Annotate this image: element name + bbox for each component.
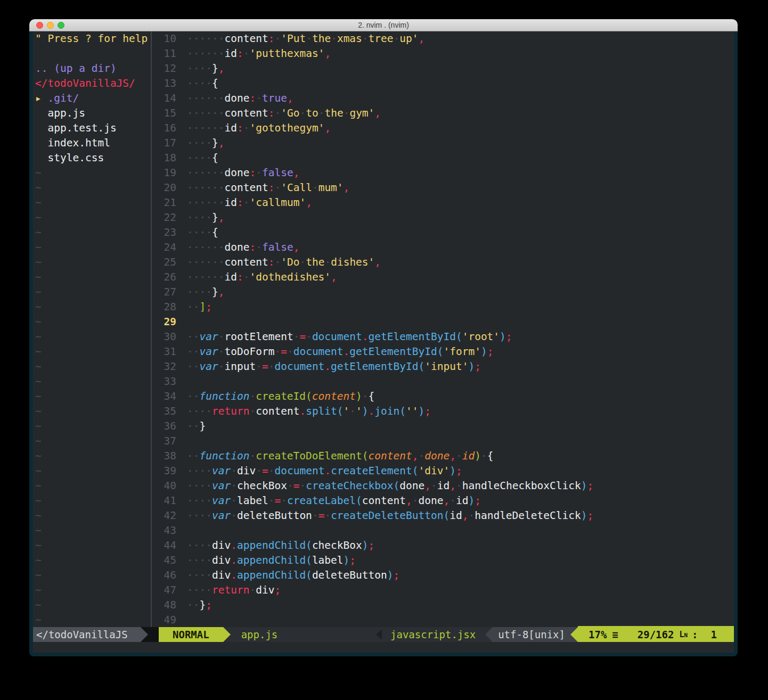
code-line[interactable]: 12····}, — [152, 61, 734, 76]
code-line[interactable]: 25······content:·'Do·the·dishes', — [152, 255, 734, 270]
whitespace-dot: · — [306, 32, 312, 45]
whitespace-dot: · — [212, 167, 218, 179]
command-line[interactable] — [33, 642, 734, 653]
code-line[interactable]: 14······done:·true, — [152, 91, 734, 106]
titlebar[interactable]: 2. nvim . (nvim) — [29, 19, 738, 31]
whitespace-dot: · — [200, 465, 206, 477]
code-line[interactable]: 42····var·deleteButton·=·createDeleteBut… — [152, 508, 734, 523]
whitespace-dot: · — [212, 256, 218, 268]
code-line[interactable]: 31··var·toDoForm·=·document.getElementBy… — [152, 344, 734, 359]
powerline-separator-icon — [223, 627, 231, 642]
code-line[interactable]: 17····}, — [152, 136, 734, 151]
code-line[interactable]: 43 — [152, 523, 734, 538]
code-line[interactable]: 21······id:·'callmum', — [152, 195, 734, 210]
line-number: 33 — [152, 374, 176, 389]
code-line[interactable]: 30··var·rootElement·=·document.getElemen… — [152, 330, 734, 344]
tree-item-file[interactable]: app.js — [33, 106, 151, 121]
code-line[interactable]: 24······done:·false, — [152, 240, 734, 255]
whitespace-dot: · — [212, 32, 218, 45]
code-line[interactable]: 37 — [152, 434, 734, 449]
tree-item-directory[interactable]: ▸ .git/ — [33, 91, 151, 106]
code-line[interactable]: 32··var·input·=·document.getElementById(… — [152, 359, 734, 374]
code-line[interactable]: 29 — [152, 315, 734, 330]
tree-item-file[interactable]: app.test.js — [33, 121, 151, 136]
code-line[interactable]: 34··function·createId(content)·{ — [152, 389, 734, 404]
collapse-arrow-icon[interactable]: ▸ — [35, 92, 42, 104]
code-line[interactable]: 41····var·label·=·createLabel(content,·d… — [152, 493, 734, 508]
whitespace-dot: · — [412, 495, 419, 507]
line-number: 30 — [152, 330, 176, 344]
tilde-marker: ~ — [33, 553, 151, 568]
code-line[interactable]: 47····return·div; — [152, 583, 734, 598]
whitespace-dot: · — [200, 62, 206, 75]
whitespace-dot: · — [187, 584, 193, 596]
code-line[interactable]: 11······id:·'putthexmas', — [152, 46, 734, 61]
whitespace-dot: · — [456, 450, 462, 462]
code-line[interactable]: 49 — [152, 613, 734, 627]
line-number: 48 — [152, 598, 176, 613]
whitespace-dot: · — [218, 92, 225, 104]
whitespace-dot: · — [206, 47, 212, 60]
line-number: 11 — [152, 46, 176, 61]
code-line[interactable]: 16······id:·'gotothegym', — [152, 121, 734, 136]
cursor-line-number: 29 — [152, 315, 176, 330]
whitespace-dot: · — [218, 107, 225, 119]
tilde-marker: ~ — [33, 449, 151, 464]
whitespace-dot: · — [281, 495, 287, 507]
lines-icon: ≡ — [612, 627, 618, 642]
code-line[interactable]: 46····div.appendChild(deleteButton); — [152, 568, 734, 583]
whitespace-dot: · — [200, 226, 206, 238]
whitespace-dot: · — [187, 32, 193, 45]
code-line[interactable]: 33 — [152, 374, 734, 389]
line-number: 31 — [152, 344, 176, 359]
whitespace-dot: · — [206, 92, 212, 104]
whitespace-dot: · — [206, 167, 212, 179]
code-line[interactable]: 19······done:·false, — [152, 166, 734, 180]
code-line[interactable]: 13····{ — [152, 76, 734, 91]
tilde-marker: ~ — [33, 493, 151, 508]
code-line[interactable]: 45····div.appendChild(label); — [152, 553, 734, 568]
whitespace-dot: · — [481, 450, 487, 462]
whitespace-dot: · — [193, 286, 200, 298]
whitespace-dot: · — [218, 331, 225, 343]
tilde-marker: ~ — [33, 166, 151, 180]
code-line[interactable]: 36··} — [152, 419, 734, 434]
code-line[interactable]: 26······id:·'dothedishes', — [152, 270, 734, 285]
whitespace-dot: · — [206, 480, 212, 492]
encoding-label: utf-8[unix] — [493, 627, 570, 642]
whitespace-dot: · — [431, 480, 437, 492]
whitespace-dot: · — [200, 569, 206, 581]
whitespace-dot: · — [193, 152, 200, 164]
whitespace-dot: · — [200, 509, 206, 522]
whitespace-dot: · — [193, 495, 200, 507]
whitespace-dot: · — [187, 539, 193, 551]
tree-item-file[interactable]: index.html — [33, 136, 151, 151]
whitespace-dot: · — [200, 271, 206, 283]
code-line[interactable]: 28··]; — [152, 300, 734, 315]
whitespace-dot: · — [206, 32, 212, 45]
code-line[interactable]: 23····{ — [152, 225, 734, 240]
code-line[interactable]: 22····}, — [152, 210, 734, 225]
code-line[interactable]: 39····var·div·=·document.createElement('… — [152, 464, 734, 479]
code-line[interactable]: 10······content:·'Put·the·xmas·tree·up', — [152, 31, 734, 46]
whitespace-dot: · — [200, 122, 206, 134]
whitespace-dot: · — [206, 107, 212, 119]
whitespace-dot: · — [206, 271, 212, 283]
whitespace-dot: · — [212, 92, 218, 104]
tree-item-file[interactable]: style.css — [33, 151, 151, 166]
code-line[interactable]: 27····}, — [152, 285, 734, 300]
code-line[interactable]: 20······content:·'Call·mum', — [152, 180, 734, 195]
code-line[interactable]: 48··}; — [152, 598, 734, 613]
code-line[interactable]: 40····var·checkBox·=·createCheckbox(done… — [152, 479, 734, 493]
code-line[interactable]: 15······content:·'Go·to·the·gym', — [152, 106, 734, 121]
code-line[interactable]: 38··function·createToDoElement(content,·… — [152, 449, 734, 464]
code-line[interactable]: 35····return·content.split('·').join('')… — [152, 404, 734, 419]
tree-item-up-dir[interactable]: .. (up a dir) — [33, 61, 151, 76]
whitespace-dot: · — [200, 196, 206, 209]
code-line[interactable]: 18····{ — [152, 151, 734, 166]
whitespace-dot: · — [193, 137, 200, 149]
code-line[interactable]: 44····div.appendChild(checkBox); — [152, 538, 734, 553]
cursor-position-segment: 17% ≡ 29/162 LN : 1 — [578, 626, 734, 643]
line-number: 20 — [152, 180, 176, 195]
tree-root-path[interactable]: </todoVanillaJS/ — [33, 76, 151, 91]
